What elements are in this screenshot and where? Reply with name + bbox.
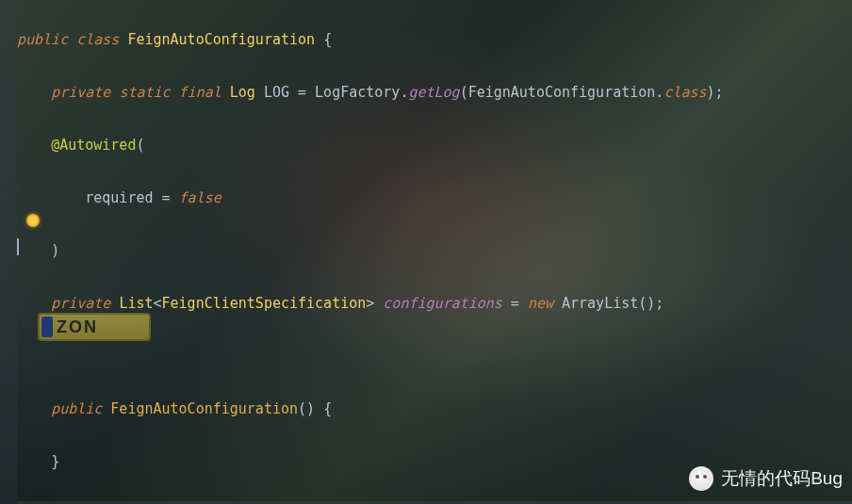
code-line[interactable]: @Autowired( [17,132,852,158]
watermark-text: 无情的代码Bug [721,466,843,491]
code-line[interactable]: public class FeignAutoConfiguration { [17,26,852,53]
code-line[interactable]: public FeignAutoConfiguration() { [17,396,852,422]
code-line[interactable]: ) [17,237,852,264]
code-editor[interactable]: public class FeignAutoConfiguration { pr… [17,0,852,504]
code-line[interactable]: private static final Log LOG = LogFactor… [17,79,852,106]
lightbulb-icon[interactable] [26,214,40,227]
watermark: 无情的代码Bug [689,466,843,491]
code-line[interactable]: private List<FeignClientSpecification> c… [17,290,852,317]
code-line[interactable] [17,343,852,369]
wechat-icon [689,466,713,491]
code-line[interactable]: required = false [17,185,852,211]
editor-gutter [0,0,17,504]
